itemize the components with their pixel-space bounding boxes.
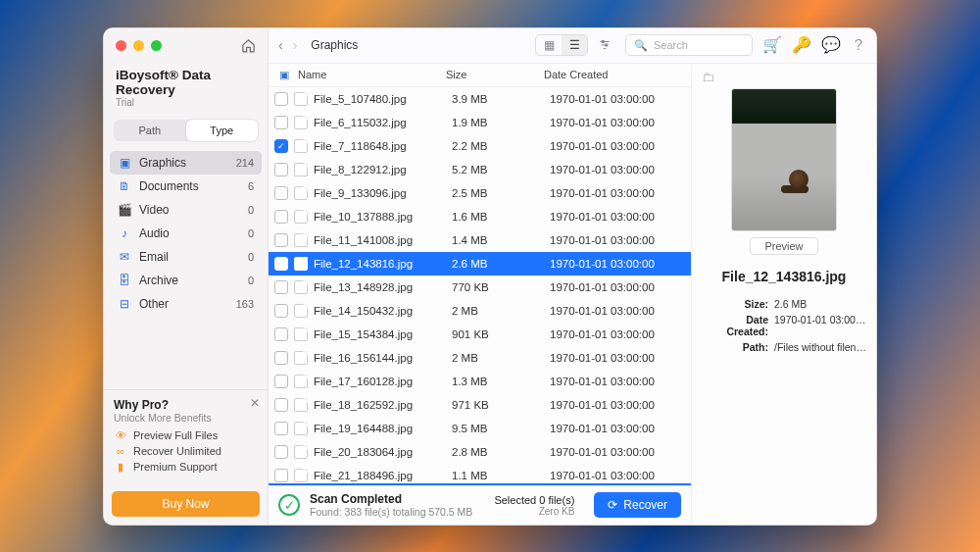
promo-title: Why Pro? bbox=[114, 398, 258, 412]
file-date: 1970-01-01 03:00:00 bbox=[550, 470, 691, 481]
file-size: 1.6 MB bbox=[452, 211, 550, 223]
file-name: File_14_150432.jpg bbox=[314, 305, 452, 317]
maximize-window-button[interactable] bbox=[151, 40, 162, 51]
file-icon bbox=[294, 257, 308, 271]
file-date: 1970-01-01 03:00:00 bbox=[550, 93, 691, 105]
sidebar-category-other[interactable]: ⊟Other163 bbox=[110, 292, 262, 316]
row-checkbox[interactable] bbox=[274, 445, 288, 459]
file-row[interactable]: File_13_148928.jpg770 KB1970-01-01 03:00… bbox=[269, 276, 691, 299]
file-row[interactable]: File_6_115032.jpg1.9 MB1970-01-01 03:00:… bbox=[269, 111, 691, 134]
file-list-panel: ▣ Name Size Date Created File_5_107480.j… bbox=[269, 64, 692, 525]
row-checkbox[interactable] bbox=[274, 351, 288, 365]
recover-icon: ⟳ bbox=[608, 498, 617, 512]
file-row[interactable]: File_11_141008.jpg1.4 MB1970-01-01 03:00… bbox=[269, 228, 691, 252]
sidebar-category-email[interactable]: ✉Email0 bbox=[110, 245, 262, 269]
nav-back-icon[interactable]: ‹ bbox=[278, 37, 283, 53]
sidebar: iBoysoft® Data Recovery Trial Path Type … bbox=[104, 28, 269, 525]
row-checkbox[interactable] bbox=[274, 280, 288, 294]
list-view-icon[interactable]: ☰ bbox=[562, 35, 587, 55]
path-type-segmented[interactable]: Path Type bbox=[114, 120, 258, 141]
file-row[interactable]: File_15_154384.jpg901 KB1970-01-01 03:00… bbox=[269, 323, 691, 346]
row-checkbox[interactable] bbox=[274, 469, 288, 482]
row-checkbox[interactable] bbox=[274, 327, 288, 341]
row-checkbox[interactable] bbox=[274, 422, 288, 435]
file-icon bbox=[294, 445, 308, 459]
meta-size-label: Size: bbox=[702, 298, 768, 310]
selected-size: Zero KB bbox=[494, 506, 574, 517]
row-checkbox[interactable] bbox=[274, 398, 288, 412]
sidebar-category-audio[interactable]: ♪Audio0 bbox=[110, 222, 262, 245]
file-row[interactable]: File_16_156144.jpg2 MB1970-01-01 03:00:0… bbox=[269, 346, 691, 370]
toolbar: ‹ › Graphics ▦ ☰ 🔍 Search 🛒 🔑 💬 ？ bbox=[269, 28, 876, 64]
column-date[interactable]: Date Created bbox=[544, 69, 691, 80]
home-icon[interactable] bbox=[241, 38, 256, 53]
sidebar-category-graphics[interactable]: ▣Graphics214 bbox=[110, 151, 262, 175]
file-icon bbox=[294, 375, 308, 388]
row-checkbox[interactable] bbox=[274, 233, 288, 247]
file-row[interactable]: File_20_183064.jpg2.8 MB1970-01-01 03:00… bbox=[269, 440, 691, 464]
file-date: 1970-01-01 03:00:00 bbox=[550, 399, 691, 411]
file-row[interactable]: File_5_107480.jpg3.9 MB1970-01-01 03:00:… bbox=[269, 87, 691, 111]
category-count: 0 bbox=[248, 275, 254, 286]
sidebar-category-archive[interactable]: 🗄Archive0 bbox=[110, 269, 262, 292]
minimize-window-button[interactable] bbox=[133, 40, 144, 51]
promo-close-icon[interactable]: ✕ bbox=[250, 396, 260, 410]
row-checkbox[interactable] bbox=[274, 92, 288, 106]
file-row[interactable]: File_9_133096.jpg2.5 MB1970-01-01 03:00:… bbox=[269, 181, 691, 205]
file-row[interactable]: ✓File_7_118648.jpg2.2 MB1970-01-01 03:00… bbox=[269, 134, 691, 158]
buy-now-button[interactable]: Buy Now bbox=[112, 491, 260, 517]
row-checkbox[interactable] bbox=[274, 304, 288, 318]
filter-icon[interactable] bbox=[598, 38, 615, 52]
audio-icon: ♪ bbox=[118, 226, 131, 240]
file-name: File_11_141008.jpg bbox=[314, 234, 452, 246]
feedback-icon[interactable]: 💬 bbox=[821, 35, 841, 56]
video-icon: 🎬 bbox=[118, 203, 131, 217]
column-name[interactable]: Name bbox=[294, 69, 446, 80]
preview-thumbnail[interactable] bbox=[731, 88, 837, 231]
sidebar-category-video[interactable]: 🎬Video0 bbox=[110, 198, 262, 222]
file-row[interactable]: File_14_150432.jpg2 MB1970-01-01 03:00:0… bbox=[269, 299, 691, 323]
file-size: 2.8 MB bbox=[452, 446, 550, 458]
row-checkbox[interactable] bbox=[274, 375, 288, 388]
file-row[interactable]: File_17_160128.jpg1.3 MB1970-01-01 03:00… bbox=[269, 370, 691, 393]
folder-collapse-icon[interactable]: ▣ bbox=[274, 69, 294, 81]
preview-filename: File_12_143816.jpg bbox=[722, 269, 847, 284]
column-headers[interactable]: ▣ Name Size Date Created bbox=[269, 64, 691, 87]
file-row[interactable]: File_19_164488.jpg9.5 MB1970-01-01 03:00… bbox=[269, 417, 691, 440]
file-row[interactable]: File_21_188496.jpg1.1 MB1970-01-01 03:00… bbox=[269, 464, 691, 483]
file-date: 1970-01-01 03:00:00 bbox=[550, 117, 691, 128]
recover-button[interactable]: ⟳ Recover bbox=[594, 492, 681, 518]
row-checkbox[interactable] bbox=[274, 257, 288, 271]
key-icon[interactable]: 🔑 bbox=[792, 35, 811, 56]
preview-button[interactable]: Preview bbox=[750, 237, 817, 255]
column-size[interactable]: Size bbox=[446, 69, 544, 80]
file-icon bbox=[294, 422, 308, 435]
sidebar-category-documents[interactable]: 🗎Documents6 bbox=[110, 175, 262, 198]
file-rows[interactable]: File_5_107480.jpg3.9 MB1970-01-01 03:00:… bbox=[269, 87, 691, 483]
file-size: 1.9 MB bbox=[452, 117, 550, 128]
file-row[interactable]: File_12_143816.jpg2.6 MB1970-01-01 03:00… bbox=[269, 252, 691, 276]
search-input[interactable]: 🔍 Search bbox=[625, 34, 753, 56]
file-row[interactable]: File_8_122912.jpg5.2 MB1970-01-01 03:00:… bbox=[269, 158, 691, 181]
file-size: 2 MB bbox=[452, 305, 550, 317]
close-window-button[interactable] bbox=[116, 40, 126, 51]
file-row[interactable]: File_18_162592.jpg971 KB1970-01-01 03:00… bbox=[269, 393, 691, 417]
grid-view-icon[interactable]: ▦ bbox=[536, 35, 562, 55]
category-label: Archive bbox=[139, 274, 178, 287]
promo-panel: ✕ Why Pro? Unlock More Benefits 👁Preview… bbox=[104, 389, 268, 485]
row-checkbox[interactable] bbox=[274, 210, 288, 224]
row-checkbox[interactable] bbox=[274, 163, 288, 176]
file-row[interactable]: File_10_137888.jpg1.6 MB1970-01-01 03:00… bbox=[269, 205, 691, 228]
nav-forward-icon[interactable]: › bbox=[293, 37, 298, 53]
row-checkbox[interactable] bbox=[274, 186, 288, 200]
help-icon[interactable]: ？ bbox=[851, 35, 866, 56]
segmented-path[interactable]: Path bbox=[114, 120, 186, 141]
file-date: 1970-01-01 03:00:00 bbox=[550, 423, 691, 434]
preview-folder-icon[interactable]: 🗀 bbox=[702, 70, 866, 84]
row-checkbox[interactable] bbox=[274, 116, 288, 129]
cart-icon[interactable]: 🛒 bbox=[762, 35, 782, 56]
row-checkbox[interactable]: ✓ bbox=[274, 139, 288, 153]
segmented-type[interactable]: Type bbox=[186, 120, 259, 141]
category-label: Email bbox=[139, 250, 169, 264]
view-mode-segmented[interactable]: ▦ ☰ bbox=[535, 34, 588, 56]
